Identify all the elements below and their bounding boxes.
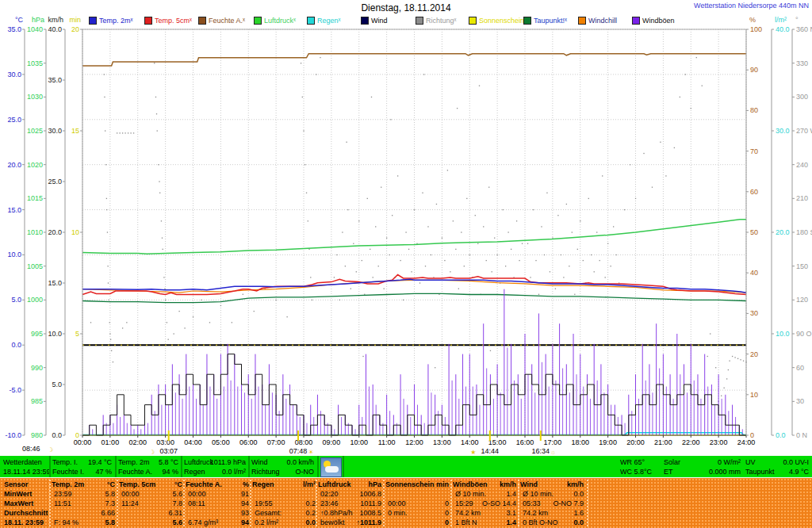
svg-text:10.0: 10.0 xyxy=(48,330,62,338)
table-cell-value: 5.6 xyxy=(127,489,182,499)
svg-text:0: 0 xyxy=(75,431,79,439)
svg-text:00:00: 00:00 xyxy=(74,438,92,446)
svg-text:05:00: 05:00 xyxy=(212,438,230,446)
svg-text:240: 240 xyxy=(796,161,808,169)
table-row-label: Sensor xyxy=(4,480,29,489)
svg-text:23:00: 23:00 xyxy=(710,438,728,446)
svg-text:985: 985 xyxy=(31,397,43,405)
svg-text:100: 100 xyxy=(750,25,762,33)
sunrise-icon: ☀ xyxy=(308,449,313,456)
svg-text:5.0: 5.0 xyxy=(52,381,62,388)
svg-text:15.0: 15.0 xyxy=(7,206,21,214)
astro-time-label: 14:44 xyxy=(481,447,500,455)
table-cell-value: 1.4 xyxy=(461,518,516,527)
svg-text:22:00: 22:00 xyxy=(682,438,700,446)
table-divider xyxy=(518,480,519,526)
svg-text:13:00: 13:00 xyxy=(433,438,451,446)
svg-text:360 N: 360 N xyxy=(796,25,812,33)
svg-text:0.0: 0.0 xyxy=(52,431,62,439)
svg-text:20: 20 xyxy=(71,25,79,33)
svg-text:06:00: 06:00 xyxy=(239,438,258,446)
stats-table: SensorMinWertMaxWertDurchschnitt18.11. 2… xyxy=(0,478,812,528)
svg-text:10: 10 xyxy=(750,391,758,399)
svg-text:03:00: 03:00 xyxy=(156,438,174,446)
svg-text:210: 210 xyxy=(796,194,808,202)
svg-text:0.0: 0.0 xyxy=(776,431,786,439)
svg-text:21:00: 21:00 xyxy=(654,438,672,446)
weather-chart: 00:0001:0002:0003:0004:0005:0006:0007:00… xyxy=(0,0,812,456)
table-cell-value: 6.66 xyxy=(59,508,115,518)
svg-text:02:00: 02:00 xyxy=(128,438,147,446)
table-col-unit: °C xyxy=(127,480,182,489)
svg-text:1030: 1030 xyxy=(27,93,43,101)
svg-text:20: 20 xyxy=(750,350,758,358)
svg-text:150: 150 xyxy=(796,262,808,270)
svg-text:30.0: 30.0 xyxy=(776,127,790,135)
svg-text:14:00: 14:00 xyxy=(461,438,479,446)
svg-text:35.0: 35.0 xyxy=(7,25,21,33)
table-cell-value: O-SO 14.4 xyxy=(461,499,516,508)
svg-text:10.0: 10.0 xyxy=(776,330,790,338)
weather-dashboard: Dienstag, 18.11.2014 Wetterstation Niede… xyxy=(0,0,812,528)
info-value: 0.0 UV-I xyxy=(714,458,809,466)
table-cell-value: 1011.9 xyxy=(326,499,381,508)
svg-text:20.0: 20.0 xyxy=(776,228,790,236)
astro-time-label: 03:07 xyxy=(159,447,178,455)
svg-text:995: 995 xyxy=(31,330,43,338)
svg-text:120: 120 xyxy=(796,296,808,304)
svg-text:12:00: 12:00 xyxy=(405,438,423,446)
table-cell-value: 1.4 xyxy=(461,489,516,499)
table-cell-value: 0 xyxy=(393,499,449,508)
svg-text:0 N: 0 N xyxy=(796,431,807,439)
svg-text:%: % xyxy=(749,16,756,24)
table-col-unit: km/h xyxy=(528,480,584,489)
info-value: 0.0 km/h xyxy=(219,458,314,466)
info-bar-divider xyxy=(115,456,117,477)
svg-text:20.0: 20.0 xyxy=(7,161,21,169)
astro-time-label: 16:34 xyxy=(532,447,550,455)
table-cell-value: 93 xyxy=(193,508,249,518)
svg-text:50: 50 xyxy=(750,228,758,236)
svg-text:04:00: 04:00 xyxy=(184,438,202,446)
table-cell-value: 1006.8 xyxy=(326,489,381,499)
svg-text:40.0: 40.0 xyxy=(48,25,62,33)
info-bar-divider xyxy=(49,456,51,477)
svg-text:20:00: 20:00 xyxy=(626,438,645,446)
svg-text:60: 60 xyxy=(796,364,804,372)
svg-text:40: 40 xyxy=(750,269,758,277)
svg-text:15: 15 xyxy=(71,127,79,135)
svg-text:hPa: hPa xyxy=(32,16,44,24)
table-row-label: MinWert xyxy=(4,489,32,499)
svg-text:30: 30 xyxy=(796,397,804,405)
table-cell-value: 5.8 xyxy=(59,518,115,527)
svg-text:1005: 1005 xyxy=(27,262,43,270)
table-divider xyxy=(49,480,51,526)
svg-text:km/h: km/h xyxy=(48,16,63,24)
chart-svg: 00:0001:0002:0003:0004:0005:0006:0007:00… xyxy=(0,0,812,456)
svg-text:330: 330 xyxy=(796,59,808,67)
info-bar-divider xyxy=(317,456,319,477)
svg-text:990: 990 xyxy=(31,364,43,372)
cloud-icon xyxy=(325,466,339,473)
svg-text:1015: 1015 xyxy=(27,194,43,202)
table-cell-value: 1008.5 xyxy=(326,508,381,518)
svg-text:300: 300 xyxy=(796,93,808,101)
svg-text:90 O: 90 O xyxy=(796,330,812,338)
table-cell-value: 94 xyxy=(193,499,249,508)
svg-text:980: 980 xyxy=(31,431,43,439)
table-col-unit: % xyxy=(193,480,249,489)
table-cell-value: 7.3 xyxy=(59,499,115,508)
svg-text:5.0: 5.0 xyxy=(11,296,21,304)
table-cell-value: 0.0 xyxy=(528,518,584,527)
sun-cloud-icon xyxy=(320,457,342,477)
table-cell-value: 0.2 xyxy=(260,499,316,508)
table-cell-value: 5.8 xyxy=(59,489,115,499)
table-cell-value: 3.1 xyxy=(461,508,516,518)
table-cell-value: 7.8 xyxy=(127,499,182,508)
svg-text:270 W: 270 W xyxy=(796,127,812,135)
svg-text:07:00: 07:00 xyxy=(267,438,285,446)
table-row-label: 18.11. 23:59 xyxy=(4,518,44,527)
table-divider xyxy=(450,480,452,526)
svg-text:35.0: 35.0 xyxy=(48,76,62,84)
svg-text:-10.0: -10.0 xyxy=(5,431,21,439)
